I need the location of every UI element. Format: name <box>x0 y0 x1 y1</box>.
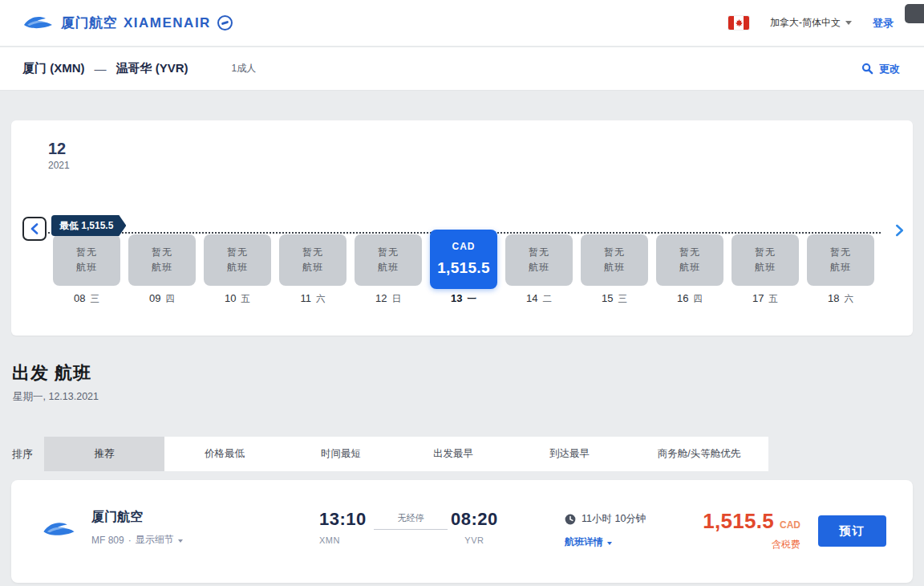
fare-day-tile-17[interactable]: 暂无航班 <box>732 234 799 286</box>
header-right: 加拿大-简体中文 登录 <box>728 16 908 31</box>
chevron-down-icon <box>607 542 612 545</box>
price-amount: 1,515.5 <box>703 509 774 534</box>
day-number: 11 <box>301 292 312 304</box>
fare-day-tile-12[interactable]: 暂无航班 <box>355 234 422 286</box>
calendar-month: 12 2021 <box>48 140 70 171</box>
sort-tab-lowest-price[interactable]: 价格最低 <box>164 437 285 471</box>
no-flights-text: 暂无 <box>830 245 851 260</box>
sort-label: 排序 <box>0 437 44 471</box>
flight-number-row: MF 809 · 显示细节 <box>91 533 183 547</box>
fare-day-tile-09[interactable]: 暂无航班 <box>128 234 196 286</box>
day-label-16: 16四 <box>656 292 723 305</box>
sort-bar: 排序 推荐 价格最低 时间最短 出发最早 到达最早 商务舱/头等舱优先 <box>0 437 924 471</box>
change-label: 更改 <box>879 62 900 76</box>
fare-calendar-card: 12 2021 最低 1,515.5 暂无航班 暂无航班 暂无航班 暂无航班 暂… <box>11 120 913 336</box>
fare-day-tile-15[interactable]: 暂无航班 <box>581 234 648 286</box>
fare-details-link[interactable]: 航班详情 <box>565 535 646 549</box>
flag-band <box>744 16 749 30</box>
arrival-block: 08:20 YVR <box>451 509 498 545</box>
sort-tab-premium-cabin[interactable]: 商务舱/头等舱优先 <box>630 437 768 471</box>
sort-tab-shortest-time[interactable]: 时间最短 <box>285 437 397 471</box>
day-label-18: 18六 <box>807 292 874 305</box>
price-currency: CAD <box>780 519 800 531</box>
day-label-08: 08三 <box>53 292 120 305</box>
day-label-17: 17五 <box>732 292 799 305</box>
weekday: 六 <box>316 293 326 305</box>
fare-day-tile-13-selected[interactable]: CAD1,515.5 <box>430 230 497 289</box>
no-flights-text: 暂无 <box>302 245 323 260</box>
departure-block: 13:10 XMN <box>319 509 367 545</box>
change-search-button[interactable]: 更改 <box>861 62 900 76</box>
lowest-price-badge: 最低 1,515.5 <box>51 215 126 236</box>
sort-tab-earliest-arrival[interactable]: 到达最早 <box>509 437 630 471</box>
day-number: 16 <box>677 292 688 304</box>
weekday: 三 <box>90 293 99 305</box>
day-number: 12 <box>375 292 387 304</box>
flight-airline-block: 厦门航空 MF 809 · 显示细节 <box>91 509 183 547</box>
no-flights-text: 航班 <box>604 260 625 275</box>
weekday: 二 <box>542 293 552 305</box>
fare-day-tile-14[interactable]: 暂无航班 <box>505 234 573 286</box>
day-number: 14 <box>526 292 537 304</box>
flight-airline-logo <box>42 520 77 543</box>
no-flights-text: 航班 <box>830 260 851 275</box>
globe-icon <box>217 15 233 31</box>
maple-leaf-icon <box>735 18 744 27</box>
no-flights-text: 暂无 <box>227 245 248 260</box>
fare-day-tile-11[interactable]: 暂无航班 <box>279 234 346 286</box>
book-button[interactable]: 预订 <box>818 515 886 547</box>
no-flights-text: 航班 <box>152 260 172 275</box>
no-flights-text: 暂无 <box>378 245 399 260</box>
chevron-down-icon <box>845 21 852 25</box>
stops-block: 无经停 <box>374 512 448 530</box>
sort-tabs: 推荐 价格最低 时间最短 出发最早 到达最早 商务舱/头等舱优先 <box>44 437 768 471</box>
day-number: 08 <box>74 292 85 304</box>
show-details-link[interactable]: 显示细节 <box>136 533 174 547</box>
fare-day-tile-18[interactable]: 暂无航班 <box>807 234 874 286</box>
weekday: 三 <box>618 293 627 305</box>
sort-tab-recommended[interactable]: 推荐 <box>44 437 164 471</box>
origin-label: 厦门 (XMN) <box>22 61 85 76</box>
flag-band <box>728 16 734 30</box>
fare-day-tile-10[interactable]: 暂无航班 <box>204 234 271 286</box>
site-header: 厦门航空 XIAMENAIR 加拿大-简体中文 登录 <box>0 0 924 47</box>
no-flights-text: 暂无 <box>76 245 97 260</box>
locale-label: 加拿大-简体中文 <box>770 16 841 30</box>
flight-number: MF 809 <box>91 535 124 546</box>
duration-block: 11小时 10分钟 航班详情 <box>565 512 646 549</box>
search-summary-bar: 厦门 (XMN) — 温哥华 (YVR) 1成人 更改 <box>0 47 924 91</box>
calendar-next-button[interactable] <box>889 220 910 241</box>
destination-label: 温哥华 (YVR) <box>116 61 188 76</box>
sort-tab-earliest-departure[interactable]: 出发最早 <box>397 437 509 471</box>
day-number: 09 <box>149 292 160 304</box>
selected-currency: CAD <box>452 239 476 254</box>
calendar-prev-button[interactable] <box>22 217 47 241</box>
duration-row: 11小时 10分钟 <box>565 512 646 526</box>
route-summary: 厦门 (XMN) — 温哥华 (YVR) 1成人 <box>22 61 256 76</box>
flight-airline-name: 厦门航空 <box>91 509 183 526</box>
locale-selector[interactable]: 加拿大-简体中文 <box>770 16 852 30</box>
weekday: 四 <box>165 293 175 305</box>
day-label-12: 12日 <box>355 292 422 305</box>
price-block: 1,515.5 CAD 含税费 <box>703 509 800 551</box>
fare-day-tile-08[interactable]: 暂无航班 <box>53 234 120 286</box>
passenger-count: 1成人 <box>232 62 257 75</box>
login-link[interactable]: 登录 <box>873 16 894 31</box>
no-flights-text: 暂无 <box>152 245 172 260</box>
day-label-13-selected: 13一 <box>430 292 497 305</box>
route-line <box>374 529 448 530</box>
no-flights-text: 暂无 <box>529 245 549 260</box>
fare-day-tile-16[interactable]: 暂无航班 <box>656 234 723 286</box>
airline-logo[interactable]: 厦门航空 XIAMENAIR <box>22 14 233 32</box>
no-flights-text: 航班 <box>755 260 776 275</box>
no-flights-text: 航班 <box>679 260 700 275</box>
results-date-subtitle: 星期一, 12.13.2021 <box>13 390 99 404</box>
flight-search-page: 厦门航空 XIAMENAIR 加拿大-简体中文 登录 <box>0 0 924 586</box>
day-number: 10 <box>225 292 236 304</box>
flag-center <box>734 16 744 30</box>
weekday: 五 <box>768 293 778 305</box>
duration-text: 11小时 10分钟 <box>582 512 646 526</box>
no-flights-text: 暂无 <box>679 245 700 260</box>
clock-icon <box>565 514 576 525</box>
search-icon <box>861 63 873 75</box>
